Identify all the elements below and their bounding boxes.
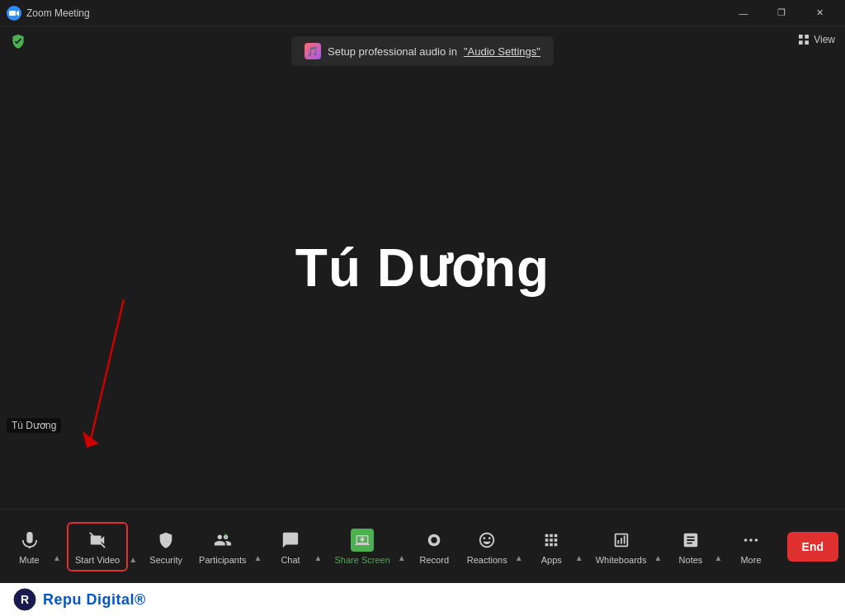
participants-chevron[interactable]: ▲	[252, 547, 265, 570]
mute-button[interactable]: Mute	[7, 524, 52, 570]
share-screen-group: Share Screen ▲	[328, 524, 408, 570]
whiteboards-label: Whiteboards	[596, 555, 647, 565]
audio-settings-link[interactable]: "Audio Settings"	[464, 45, 541, 58]
notes-icon	[679, 529, 702, 552]
close-button[interactable]: ✕	[800, 0, 838, 26]
toolbar-center: Security 1 Participants ▲	[139, 524, 777, 570]
reactions-icon	[475, 529, 498, 552]
toolbar-left: Mute ▲ Start Video ▲	[7, 522, 139, 571]
start-video-group: Start Video ▲	[67, 522, 139, 571]
brand-name: Repu Digital®	[43, 591, 146, 609]
chat-chevron[interactable]: ▲	[312, 547, 325, 570]
start-video-button[interactable]: Start Video	[67, 522, 128, 571]
main-participant-name: Tú Dương	[295, 237, 550, 299]
svg-text:1: 1	[224, 533, 228, 538]
reactions-chevron[interactable]: ▲	[512, 547, 526, 570]
security-button[interactable]: Security	[143, 524, 189, 570]
participants-button[interactable]: 1 Participants	[192, 524, 253, 570]
svg-marker-2	[83, 431, 99, 448]
record-icon	[422, 529, 446, 552]
svg-point-8	[749, 538, 753, 542]
whiteboards-button[interactable]: Whiteboards	[589, 524, 654, 570]
record-button[interactable]: Record	[412, 524, 457, 570]
view-button[interactable]: View	[797, 33, 835, 46]
share-screen-chevron[interactable]: ▲	[395, 547, 408, 570]
end-button[interactable]: End	[787, 532, 838, 562]
view-label: View	[814, 34, 835, 45]
share-screen-label: Share Screen	[335, 555, 390, 565]
brand-logo: R Repu Digital®	[13, 588, 146, 611]
participant-name-tag: Tú Dương	[7, 418, 61, 433]
annotation-arrow	[74, 291, 140, 459]
participants-icon: 1	[211, 529, 234, 552]
start-video-label: Start Video	[75, 555, 120, 565]
notes-chevron[interactable]: ▲	[711, 547, 725, 570]
reactions-button[interactable]: Reactions	[460, 524, 514, 570]
svg-line-1	[91, 299, 124, 440]
maximize-button[interactable]: ❐	[762, 0, 800, 26]
start-video-icon	[86, 529, 109, 552]
record-label: Record	[420, 555, 449, 565]
participants-group: 1 Participants ▲	[192, 524, 264, 570]
share-screen-button[interactable]: Share Screen	[328, 524, 397, 570]
whiteboards-group: Whiteboards ▲	[589, 524, 665, 570]
brand-logo-icon: R	[13, 588, 36, 611]
notification-bar: 🎵 Setup professional audio in "Audio Set…	[291, 36, 554, 66]
apps-icon	[540, 529, 563, 552]
toolbar: Mute ▲ Start Video ▲	[0, 509, 845, 583]
security-icon	[154, 529, 177, 552]
audio-icon: 🎵	[304, 43, 321, 59]
share-screen-icon	[351, 529, 374, 552]
apps-label: Apps	[541, 555, 562, 565]
zoom-logo-icon	[7, 6, 21, 21]
whiteboards-icon	[610, 529, 633, 552]
svg-point-9	[755, 538, 758, 542]
apps-button[interactable]: Apps	[529, 524, 574, 570]
reactions-label: Reactions	[467, 555, 507, 565]
brand-bar: R Repu Digital®	[0, 583, 845, 616]
chat-button[interactable]: Chat	[268, 524, 314, 570]
reactions-group: Reactions ▲	[460, 524, 526, 570]
toolbar-right: End	[777, 532, 838, 562]
more-button[interactable]: More	[728, 524, 773, 570]
notes-group: Notes ▲	[668, 524, 725, 570]
title-bar: Zoom Meeting — ❐ ✕	[0, 0, 845, 26]
whiteboards-chevron[interactable]: ▲	[651, 547, 664, 570]
notes-label: Notes	[679, 555, 703, 565]
chat-label: Chat	[281, 555, 300, 565]
apps-chevron[interactable]: ▲	[573, 547, 586, 570]
apps-group: Apps ▲	[529, 524, 586, 570]
video-area: 🎵 Setup professional audio in "Audio Set…	[0, 26, 845, 509]
more-icon	[739, 529, 762, 552]
chat-icon	[279, 529, 302, 552]
window-controls: — ❐ ✕	[725, 0, 838, 26]
mute-chevron[interactable]: ▲	[50, 547, 64, 570]
mute-label: Mute	[19, 555, 39, 565]
svg-point-7	[744, 538, 748, 542]
mute-icon	[18, 529, 41, 552]
start-video-chevron[interactable]: ▲	[126, 548, 139, 571]
chat-group: Chat ▲	[268, 524, 325, 570]
security-label: Security	[149, 555, 182, 565]
notes-button[interactable]: Notes	[668, 524, 713, 570]
notification-text: Setup professional audio in	[328, 45, 457, 58]
more-label: More	[740, 555, 761, 565]
security-shield-icon	[10, 33, 26, 54]
minimize-button[interactable]: —	[725, 0, 762, 26]
svg-text:R: R	[21, 593, 29, 606]
mute-group: Mute ▲	[7, 524, 64, 570]
window-title: Zoom Meeting	[26, 7, 725, 19]
svg-point-6	[432, 537, 437, 543]
participants-label: Participants	[199, 555, 246, 565]
